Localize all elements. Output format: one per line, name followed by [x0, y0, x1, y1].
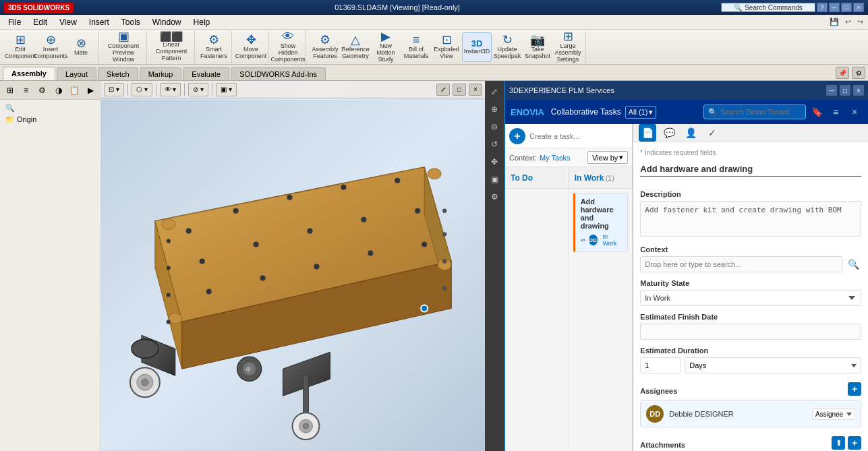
search-commands[interactable]: 🔍 Search Commands — [721, 3, 815, 12]
smart-fasteners-btn[interactable]: ⚙ SmartFasteners — [199, 32, 229, 62]
view-by-btn[interactable]: View by ▾ — [587, 151, 628, 164]
tab-markup[interactable]: Markup — [140, 67, 182, 80]
mate-btn[interactable]: ⊗ Mate — [66, 32, 96, 62]
dx-menu-icon[interactable]: ≡ — [828, 104, 844, 120]
view-display-btn[interactable]: ⬡ ▾ — [132, 83, 152, 96]
task-card-title: Add hardware and drawing — [581, 198, 623, 230]
tab-tool-pin[interactable]: 📌 — [836, 67, 849, 79]
show-hidden-btn[interactable]: 👁 ShowHiddenComponents — [273, 32, 303, 62]
duration-unit-select[interactable]: Days Hours Weeks — [685, 357, 861, 373]
menu-help[interactable]: Help — [188, 16, 216, 28]
description-textarea[interactable]: Add fastener kit and create drawing with… — [640, 201, 861, 237]
tab-sketch[interactable]: Sketch — [98, 67, 138, 80]
property-manager-btn[interactable]: ≡ — [19, 83, 33, 98]
svg-point-26 — [442, 260, 446, 264]
dx-minimize-btn[interactable]: ─ — [826, 85, 837, 96]
instant3d-btn[interactable]: 3D Instant3D — [462, 32, 492, 62]
take-snapshot-btn[interactable]: 📷 TakeSnapshot — [523, 32, 552, 62]
hide-show-btn[interactable]: 👁 ▾ — [160, 83, 181, 96]
menu-window[interactable]: Window — [147, 16, 187, 28]
menu-edit[interactable]: Edit — [28, 16, 53, 28]
task-card-add-hardware[interactable]: Add hardware and drawing ✏ DD In Work — [573, 193, 629, 252]
detail-complete-btn[interactable]: ✓ — [703, 124, 721, 142]
assignee-role-select[interactable]: Assignee — [812, 409, 855, 420]
collapse-btn[interactable]: ▶ — [84, 83, 98, 98]
bill-of-materials-btn[interactable]: ≡ Bill ofMaterials — [401, 32, 431, 62]
dx-search-input[interactable] — [720, 108, 801, 116]
upload-attachment-btn[interactable]: ⬆ — [832, 436, 845, 450]
tab-evaluate[interactable]: Evaluate — [183, 67, 229, 80]
insert-components-btn[interactable]: ⊕ InsertComponents — [36, 32, 65, 62]
expand-viewport-btn[interactable]: ⤢ — [436, 84, 450, 96]
view-mode-btn[interactable]: ▣ ▾ — [216, 83, 237, 96]
main-area: ⊞ ≡ ⚙ ◑ 📋 ▶ 🔍 📁 Origin ⊡ ▾ ⬡ ▾ 👁 ▾ ⊘ ▾ ▣… — [0, 81, 868, 451]
menu-tools[interactable]: Tools — [116, 16, 146, 28]
tab-assembly[interactable]: Assembly — [3, 67, 55, 80]
create-task-input[interactable] — [529, 132, 628, 140]
linear-pattern-btn[interactable]: ⬛⬛ Linear ComponentPattern — [151, 32, 192, 62]
move-component-btn[interactable]: ✥ MoveComponent — [236, 32, 266, 62]
custom-prop-btn[interactable]: 📋 — [67, 83, 82, 98]
rib-zoom-fit[interactable]: ⤢ — [486, 84, 502, 100]
add-assignee-btn[interactable]: + — [848, 382, 861, 396]
add-attachment-btn[interactable]: + — [848, 436, 861, 450]
menu-insert[interactable]: Insert — [84, 16, 115, 28]
component-preview-btn[interactable]: ▣ ComponentPreviewWindow — [103, 32, 144, 62]
rib-settings[interactable]: ⚙ — [486, 189, 502, 205]
add-task-btn[interactable]: + — [509, 128, 525, 144]
undo-icon[interactable]: ↩ — [843, 18, 853, 26]
context-value[interactable]: My Tasks — [540, 154, 571, 162]
toolbar-group-preview: ▣ ComponentPreviewWindow — [100, 31, 147, 63]
normal-view-btn[interactable]: □ — [453, 84, 466, 96]
minimize-btn[interactable]: ─ — [829, 3, 840, 12]
dx-panel-close-icon[interactable]: × — [846, 104, 863, 120]
update-speedpak-btn[interactable]: ↻ UpdateSpeedpak — [492, 32, 522, 62]
rib-zoom-in[interactable]: ⊕ — [486, 101, 502, 117]
view-orient-btn[interactable]: ⊡ ▾ — [104, 83, 124, 96]
rib-zoom-out[interactable]: ⊖ — [486, 119, 502, 135]
tab-addins[interactable]: SOLIDWORKS Add-Ins — [231, 67, 326, 80]
new-motion-study-btn[interactable]: ▶ NewMotionStudy — [371, 32, 401, 62]
feature-manager-btn[interactable]: ⊞ — [3, 83, 17, 98]
save-icon[interactable]: 💾 — [828, 18, 841, 26]
tree-item-origin[interactable]: 📁 Origin — [3, 114, 98, 125]
maximize-btn[interactable]: □ — [841, 3, 852, 12]
rib-pan[interactable]: ✥ — [486, 154, 502, 170]
tab-layout[interactable]: Layout — [57, 67, 96, 80]
rib-select[interactable]: ▣ — [486, 171, 502, 187]
detail-doc-view-btn[interactable]: 📄 — [639, 124, 656, 142]
rib-rotate[interactable]: ↺ — [486, 136, 502, 152]
context-input[interactable] — [640, 256, 842, 272]
section-btn[interactable]: ⊘ ▾ — [188, 83, 208, 96]
enovia-filter-dropdown[interactable]: All (1) ▾ — [625, 106, 657, 119]
dx-search-field[interactable]: 🔍 — [703, 104, 806, 119]
duration-value-input[interactable] — [640, 357, 681, 373]
close-btn[interactable]: × — [853, 3, 864, 12]
svg-point-16 — [260, 275, 266, 280]
detail-assignee-btn[interactable]: 👤 — [682, 124, 699, 142]
large-assembly-btn[interactable]: ⊞ LargeAssemblySettings — [553, 32, 583, 62]
dx-maximize-btn[interactable]: □ — [840, 85, 850, 96]
menu-view[interactable]: View — [54, 16, 82, 28]
configuration-btn[interactable]: ⚙ — [35, 83, 49, 98]
redo-icon[interactable]: ↪ — [855, 18, 865, 26]
tab-tool-gear[interactable]: ⚙ — [852, 67, 865, 79]
reference-geometry-btn[interactable]: △ ReferenceGeometry — [341, 32, 370, 62]
finish-date-input[interactable] — [640, 324, 861, 340]
exploded-view-btn[interactable]: ⊡ ExplodedView — [432, 32, 461, 62]
maturity-state-select[interactable]: In Work Review Complete — [640, 290, 861, 306]
task-title-input[interactable] — [640, 162, 861, 177]
assembly-features-btn[interactable]: ⚙ AssemblyFeatures — [310, 32, 340, 62]
menu-file[interactable]: File — [3, 16, 26, 28]
close-viewport-btn[interactable]: × — [469, 84, 482, 96]
appearance-btn[interactable]: ◑ — [51, 83, 65, 98]
detail-comment-btn[interactable]: 💬 — [660, 124, 678, 142]
viewport[interactable]: ⊡ ▾ ⬡ ▾ 👁 ▾ ⊘ ▾ ▣ ▾ ⤢ □ × — [101, 81, 485, 451]
help-icon-btn[interactable]: ? — [817, 3, 828, 12]
edit-component-btn[interactable]: ⊞ EditComponent — [5, 32, 35, 62]
task-avatar-initials: DD — [589, 237, 597, 243]
dx-close-btn[interactable]: × — [853, 85, 864, 96]
dx-bookmark-icon[interactable]: 🔖 — [809, 104, 825, 120]
tree-item-search[interactable]: 🔍 — [3, 102, 98, 114]
context-search-icon[interactable]: 🔍 — [845, 256, 861, 272]
